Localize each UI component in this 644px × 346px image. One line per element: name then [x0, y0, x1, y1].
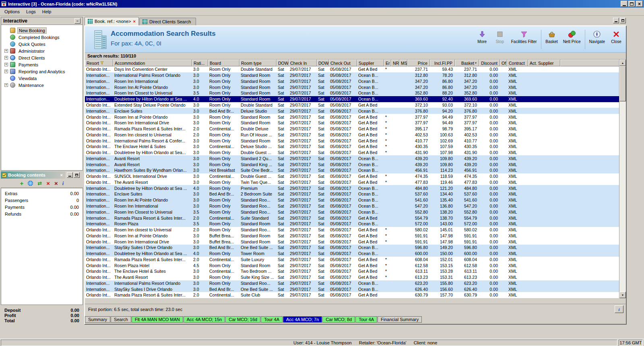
column-header-rati[interactable]: Rati...: [192, 60, 208, 66]
table-row[interactable]: Orlando Int...Rosen Inn closest to Unive…: [85, 227, 619, 233]
table-row[interactable]: Orlando Int...The Avanti Resort3.0Room O…: [85, 274, 619, 280]
table-row[interactable]: Orlando Int...Doubletree by Hilton Orlan…: [85, 150, 619, 156]
maximize-button[interactable]: [628, 1, 635, 7]
table-row[interactable]: Internation...Rosen Inn International3.0…: [85, 203, 619, 209]
table-row[interactable]: Internation...Ramada Plaza Resort & Suit…: [85, 215, 619, 221]
sidebar-item-viewdata[interactable]: Viewdata: [1, 75, 83, 82]
close-button[interactable]: Close: [607, 29, 625, 44]
sidebar-item-maintenance[interactable]: +Maintenance: [1, 82, 83, 89]
itinerary-tab-acc-4a-mco-15n[interactable]: Acc 4A MCO; 15n: [184, 316, 225, 323]
table-row[interactable]: Internation...Doubletree by Hilton Orlan…: [85, 251, 619, 257]
column-header-discount[interactable]: Discount: [479, 60, 500, 66]
table-row[interactable]: Orlando Int...The Avanti Resort3.0Room O…: [85, 179, 619, 185]
itinerary-tab-flt-4a-man-mco-man[interactable]: Flt 4A MAN MCO MAN: [132, 316, 183, 323]
scroll-up-button[interactable]: ▲: [619, 60, 626, 66]
nett-price-button[interactable]: Nett Price: [561, 29, 583, 44]
column-header-resort[interactable]: Resort: [85, 60, 113, 66]
vertical-scrollbar[interactable]: ▲ ▼: [619, 60, 626, 298]
table-row[interactable]: Orlando Int...Rosen Inn at Pointe Orland…: [85, 114, 619, 120]
table-row[interactable]: Orlando Int...Rosen Inn closest to Unive…: [85, 132, 619, 138]
column-header-room-type[interactable]: Room type: [239, 60, 277, 66]
column-header-incl-fl-pp[interactable]: Incl.Fl.PP: [430, 60, 455, 66]
column-header-price[interactable]: Price: [407, 60, 430, 66]
table-row[interactable]: Orlando Int...Ramada Plaza Resort & Suit…: [85, 257, 619, 263]
itinerary-tab-tour-4a[interactable]: Tour 4A: [261, 316, 283, 323]
filter-icon[interactable]: [100, 61, 104, 65]
expand-icon[interactable]: +: [4, 83, 8, 87]
scroll-down-button[interactable]: ▼: [619, 292, 626, 298]
column-header-accommodation[interactable]: Accommodation: [113, 60, 192, 66]
table-row[interactable]: Orlando Int...Rosen Inn International Dr…: [85, 120, 619, 126]
column-header-contract[interactable]: Contract: [507, 60, 528, 66]
table-row[interactable]: Orlando Int...Ramada Plaza Resort & Suit…: [85, 292, 619, 298]
itinerary-tab-car-mco-16d[interactable]: Car MCO; 16d: [225, 316, 260, 323]
booking-panel-minimize-button[interactable]: [67, 172, 73, 178]
menu-logs[interactable]: Logs: [23, 8, 39, 15]
column-header-dow[interactable]: DOW: [317, 60, 329, 66]
expand-icon[interactable]: +: [4, 70, 8, 73]
table-row[interactable]: Internation...StaySky Suites I Drive Orl…: [85, 286, 619, 292]
table-row[interactable]: Internation...Rosen Inn Closest to Unive…: [85, 90, 619, 96]
column-header-basket[interactable]: Basket▾: [455, 60, 479, 66]
delete-icon[interactable]: ×: [46, 181, 50, 186]
table-row[interactable]: Internation...StaySky Suites I Drive Orl…: [85, 245, 619, 251]
column-header-check-out[interactable]: Check Out: [329, 60, 357, 66]
itinerary-tab-car-mco-8d[interactable]: Car MCO; 8d: [322, 316, 355, 323]
menu-help[interactable]: Help: [39, 8, 55, 15]
table-row[interactable]: Orlando Int...Ramada Plaza Resort & Suit…: [85, 126, 619, 132]
document-minimize-button[interactable]: [613, 18, 619, 23]
sidebar-item-reporting-and-analytics[interactable]: +Reporting and Analytics: [1, 68, 83, 75]
tab-direct-clients-search[interactable]: Direct Clients Search: [139, 18, 196, 25]
column-header-er[interactable]: Er: [384, 60, 391, 66]
sidebar-item-quick-quotes[interactable]: Quick Quotes: [1, 41, 83, 47]
table-row[interactable]: Internation...Rosen Inn At Pointe Orland…: [85, 197, 619, 203]
table-row[interactable]: Orlando Int...Extended Stay Deluxe Point…: [85, 102, 619, 108]
table-row[interactable]: Orlando Int...Rosen Plaza Hotel4.5Room O…: [85, 262, 619, 268]
facilities-filter-button[interactable]: Facilities Filter: [509, 29, 539, 44]
sidebar-item-new-booking[interactable]: New Booking: [1, 27, 83, 34]
table-row[interactable]: Orlando Int...The Enclave Hotel & Suites…: [85, 144, 619, 150]
info-icon[interactable]: i: [62, 181, 64, 186]
expand-icon[interactable]: +: [4, 63, 8, 66]
table-row[interactable]: Internation...Rosen Inn International3.0…: [85, 78, 619, 84]
column-header-supplier[interactable]: Supplier: [357, 60, 384, 66]
more-button[interactable]: More: [473, 29, 491, 44]
column-header-nr[interactable]: NR: [391, 60, 399, 66]
tab-book-ref-none[interactable]: Book. ref.: <none>×: [85, 17, 139, 25]
column-header-board[interactable]: Board: [208, 60, 239, 66]
table-row[interactable]: Internation...Doubletree by Hilton Orlan…: [85, 96, 619, 102]
table-row[interactable]: Orlando Int...The Enclave Hotel & Suites…: [85, 268, 619, 274]
sidebar-item-payments[interactable]: +Payments: [1, 61, 83, 68]
sidebar-item-completed-bookings[interactable]: Completed Bookings: [1, 34, 83, 41]
sidebar-collapse-button[interactable]: −: [74, 18, 80, 24]
table-row[interactable]: Internation...Rosen Plaza3.5Room OnlySta…: [85, 221, 619, 227]
globe-icon[interactable]: [28, 181, 33, 186]
column-header-act-supplier[interactable]: Act. Supplier: [528, 60, 560, 66]
table-row[interactable]: Internation...Rosen Inn Closest to Unive…: [85, 209, 619, 215]
navigate-button[interactable]: Navigate: [587, 29, 607, 44]
itinerary-tab-acc-4a-mco-7n[interactable]: Acc 4A MCO; 7n: [283, 316, 322, 323]
table-row[interactable]: Internation...Hawthorn Suites By Wyndham…: [85, 167, 619, 173]
menu-options[interactable]: Options: [1, 8, 23, 15]
itinerary-tab-summary[interactable]: Summary: [85, 316, 110, 323]
table-row[interactable]: Orlando Int...Days Inn Convention Center…: [85, 66, 619, 72]
booking-panel-restore-button[interactable]: [74, 172, 80, 178]
column-header-dow[interactable]: DOW: [277, 60, 289, 66]
table-row[interactable]: Internation...International Palms Resort…: [85, 72, 619, 78]
swap-icon[interactable]: ⇄: [37, 181, 42, 186]
table-row[interactable]: Orlando Int...International Palms Resort…: [85, 138, 619, 144]
add-icon[interactable]: +: [20, 181, 24, 186]
table-row[interactable]: Internation...Doubletree by Hilton Orlan…: [85, 185, 619, 191]
minimize-button[interactable]: [621, 1, 627, 7]
table-row[interactable]: Orlando Int...Rosen Inn at Pointe Orland…: [85, 233, 619, 239]
document-restore-button[interactable]: [620, 18, 626, 23]
itinerary-tab-search[interactable]: Search: [111, 316, 131, 323]
column-header-check-in[interactable]: Check In: [289, 60, 317, 66]
table-row[interactable]: Internation...Avanti Resort3.0Room OnlyS…: [85, 155, 619, 161]
table-row[interactable]: Orlando Int...Rosen Inn International Dr…: [85, 239, 619, 245]
itinerary-tab-tour-4a[interactable]: Tour 4A: [355, 316, 377, 323]
tab-close-icon[interactable]: ×: [133, 19, 136, 24]
table-row[interactable]: Internation...Avanti Resort3.0Room OnlyS…: [85, 161, 619, 167]
column-header-ms[interactable]: MS: [399, 60, 407, 66]
column-header-of[interactable]: Of: [500, 60, 507, 66]
